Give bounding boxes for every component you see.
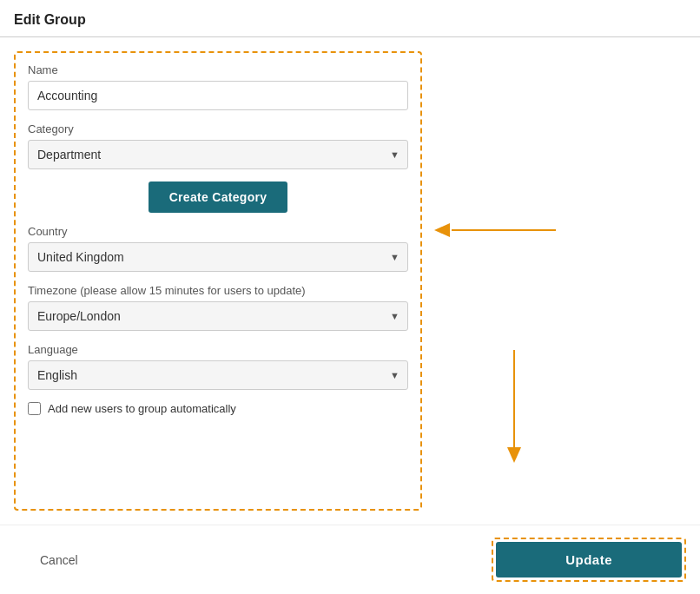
cancel-button[interactable]: Cancel <box>14 544 104 576</box>
left-arrow-annotation <box>434 220 556 241</box>
svg-marker-3 <box>507 447 521 463</box>
page-title: Edit Group <box>14 12 86 27</box>
auto-add-checkbox[interactable] <box>28 402 41 415</box>
annotations-area <box>426 37 700 558</box>
form-section: Name Category Department Team Project Ot… <box>14 51 422 511</box>
name-field-group: Name <box>28 63 408 110</box>
country-field-group: Country United Kingdom United States Can… <box>28 225 408 272</box>
svg-marker-1 <box>434 223 450 237</box>
auto-add-label: Add new users to group automatically <box>48 402 236 415</box>
language-select[interactable]: English French German Spanish <box>28 360 408 390</box>
main-content: Name Category Department Team Project Ot… <box>0 37 700 525</box>
country-select[interactable]: United Kingdom United States Canada Aust… <box>28 242 408 272</box>
auto-add-group: Add new users to group automatically <box>28 402 408 415</box>
timezone-select[interactable]: Europe/London America/New_York America/C… <box>28 301 408 331</box>
create-category-button[interactable]: Create Category <box>149 182 288 213</box>
name-label: Name <box>28 63 408 76</box>
timezone-label: Timezone (please allow 15 minutes for us… <box>28 284 408 297</box>
country-select-wrapper: United Kingdom United States Canada Aust… <box>28 242 408 272</box>
timezone-select-wrapper: Europe/London America/New_York America/C… <box>28 301 408 331</box>
name-input[interactable] <box>28 81 408 110</box>
category-field-group: Category Department Team Project Other <box>28 122 408 169</box>
country-label: Country <box>28 225 408 238</box>
category-select-wrapper: Department Team Project Other <box>28 140 408 169</box>
language-field-group: Language English French German Spanish <box>28 343 408 390</box>
language-label: Language <box>28 343 408 356</box>
footer: Cancel Update <box>0 525 700 594</box>
update-button-wrapper: Update <box>492 538 686 582</box>
down-arrow-annotation <box>504 350 525 463</box>
category-select[interactable]: Department Team Project Other <box>28 140 408 169</box>
language-select-wrapper: English French German Spanish <box>28 360 408 390</box>
category-label: Category <box>28 122 408 135</box>
page-header: Edit Group <box>0 0 700 37</box>
page-container: Edit Group Name Category Department Team… <box>0 0 700 594</box>
update-button[interactable]: Update <box>496 542 682 578</box>
timezone-field-group: Timezone (please allow 15 minutes for us… <box>28 284 408 331</box>
